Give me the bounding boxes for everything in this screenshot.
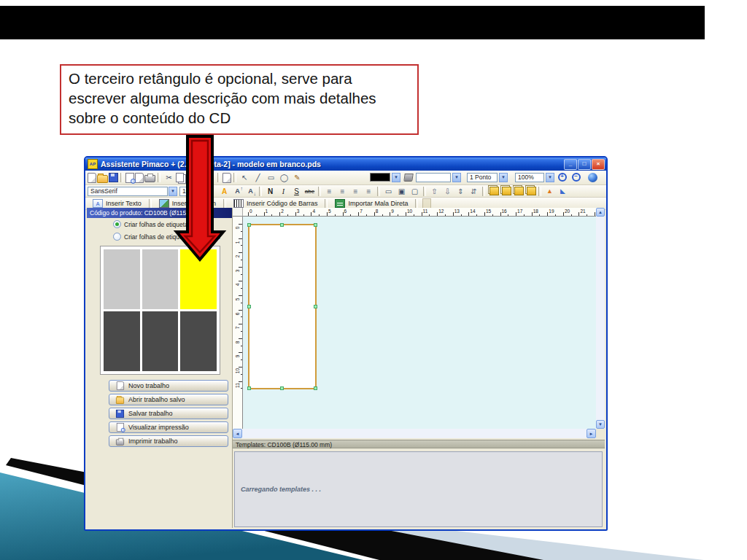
separator[interactable]	[198, 173, 201, 182]
print-icon[interactable]	[144, 175, 155, 182]
resize-handle[interactable]	[280, 223, 284, 227]
print-job-button[interactable]: Imprimir trabalho	[109, 435, 228, 447]
radio-equal-sheets[interactable]: Criar folhas de etiquetas iguais	[113, 220, 209, 228]
font-size-select[interactable]: 10	[179, 187, 204, 196]
align-right-icon[interactable]: ≡	[349, 186, 362, 196]
rectangle-icon[interactable]: ▭	[265, 173, 277, 183]
font-family-select[interactable]: SansSerif	[88, 187, 168, 196]
line-icon[interactable]: ╱	[252, 173, 264, 183]
radio-icon[interactable]	[113, 233, 121, 241]
separator[interactable]	[538, 187, 541, 196]
resize-handle[interactable]	[247, 305, 251, 308]
separator[interactable]	[318, 187, 321, 196]
align-center-icon[interactable]: ≡	[336, 186, 349, 196]
align-justify-icon[interactable]: ≡	[363, 186, 375, 196]
minimize-button[interactable]: _	[564, 159, 577, 170]
close-button[interactable]: ×	[592, 159, 605, 170]
separator[interactable]	[377, 187, 380, 196]
titlebar[interactable]: AP Assistente Pimaco + (2.2.0) [Beta-2] …	[85, 158, 606, 171]
label-cell[interactable]	[104, 249, 140, 309]
label-cell[interactable]	[142, 311, 179, 371]
copy-icon[interactable]	[176, 173, 184, 182]
separator[interactable]	[482, 187, 485, 196]
new-icon[interactable]	[88, 173, 96, 183]
resize-handle[interactable]	[247, 223, 251, 227]
underline-icon[interactable]: S	[290, 186, 303, 196]
zoom-select[interactable]: 100%	[515, 173, 544, 182]
flip-icon[interactable]: ◣	[557, 186, 569, 196]
rotate-icon[interactable]: ▲	[543, 186, 556, 196]
label-cell[interactable]	[142, 249, 179, 309]
send-backward-icon[interactable]	[527, 187, 536, 195]
font-family-caret[interactable]: ▼	[169, 187, 177, 196]
separator[interactable]	[233, 173, 236, 182]
label-rectangle[interactable]	[248, 224, 317, 389]
line-color-swatch[interactable]	[370, 173, 390, 182]
zoom-caret[interactable]: ▼	[546, 173, 554, 182]
italic-icon[interactable]: I	[277, 186, 290, 196]
help-globe-icon[interactable]	[588, 173, 597, 182]
resize-handle[interactable]	[314, 223, 317, 227]
vertical-scrollbar[interactable]: ▲ ▼	[596, 208, 605, 429]
separator[interactable]	[120, 173, 123, 182]
send-back-icon[interactable]	[502, 187, 511, 195]
separator[interactable]	[217, 173, 220, 182]
save-icon[interactable]	[109, 173, 118, 182]
paste-icon[interactable]	[187, 173, 196, 183]
open-job-button[interactable]: Abrir trabalho salvo	[109, 394, 228, 405]
valign-top-icon[interactable]: ⇧	[428, 186, 441, 196]
ellipse-icon[interactable]: ◯	[278, 173, 290, 183]
scroll-left-icon[interactable]: ◄	[233, 429, 242, 438]
resize-handle[interactable]	[247, 386, 251, 390]
increase-font-icon[interactable]: A	[231, 186, 244, 196]
valign-bottom-icon[interactable]: ⇩	[441, 186, 454, 196]
print-preview-icon[interactable]	[125, 173, 134, 183]
undo-icon[interactable]: ↶	[203, 173, 215, 183]
label-cell[interactable]	[180, 311, 217, 371]
separator[interactable]	[423, 187, 426, 196]
design-canvas[interactable]	[243, 217, 596, 429]
horizontal-scrollbar[interactable]: ◄ ►	[233, 429, 596, 438]
line-width-caret[interactable]: ▼	[499, 173, 508, 182]
valign-middle-icon[interactable]: ⇕	[454, 186, 467, 196]
new-job-button[interactable]: Novo trabalho	[109, 380, 228, 392]
cut-icon[interactable]: ✂	[163, 173, 175, 183]
separator[interactable]	[259, 187, 262, 196]
radio-different-sheets[interactable]: Criar folhas de etiquetas diferentes	[113, 233, 220, 241]
bold-icon[interactable]: N	[264, 186, 276, 196]
bring-front-icon[interactable]	[489, 187, 499, 195]
frame-box-icon[interactable]: ▢	[409, 186, 421, 196]
line-width-select[interactable]: 1 Ponto	[467, 173, 498, 182]
restore-button[interactable]: □	[578, 159, 591, 170]
decrease-font-icon[interactable]: A	[244, 186, 257, 196]
scroll-up-icon[interactable]: ▲	[596, 208, 605, 217]
resize-handle[interactable]	[314, 386, 317, 390]
preview-job-button[interactable]: Visualizar impressão	[109, 421, 228, 433]
fill-color-select[interactable]	[416, 173, 451, 182]
valign-distribute-icon[interactable]: ⇵	[468, 186, 480, 196]
separator[interactable]	[158, 173, 160, 182]
scroll-down-icon[interactable]: ▼	[596, 420, 605, 429]
frame-fill-icon[interactable]: ▣	[395, 186, 408, 196]
scroll-right-icon[interactable]: ►	[587, 429, 596, 438]
open-icon[interactable]	[97, 175, 108, 183]
fill-color-caret[interactable]: ▼	[452, 173, 461, 182]
font-color-icon[interactable]: A	[218, 186, 231, 196]
pointer-icon[interactable]: ↖	[239, 173, 251, 183]
radio-icon[interactable]	[113, 220, 121, 228]
resize-handle[interactable]	[314, 305, 317, 308]
line-color-caret[interactable]: ▼	[392, 173, 400, 182]
bring-forward-icon[interactable]	[514, 187, 524, 195]
align-left-icon[interactable]: ≡	[323, 186, 336, 196]
label-cell[interactable]	[104, 311, 140, 371]
brush-icon[interactable]: ✎	[291, 173, 303, 183]
fill-bucket-icon[interactable]	[403, 174, 414, 182]
label-cell-highlighted[interactable]	[180, 249, 217, 309]
page-icon[interactable]	[222, 173, 231, 183]
zoom-out-icon[interactable]	[570, 172, 582, 182]
resize-handle[interactable]	[280, 386, 284, 390]
paste-special-icon[interactable]	[422, 198, 431, 209]
zoom-in-icon[interactable]	[556, 172, 568, 182]
save-job-button[interactable]: Salvar trabalho	[109, 408, 228, 419]
font-size-caret[interactable]: ▼	[205, 187, 214, 196]
